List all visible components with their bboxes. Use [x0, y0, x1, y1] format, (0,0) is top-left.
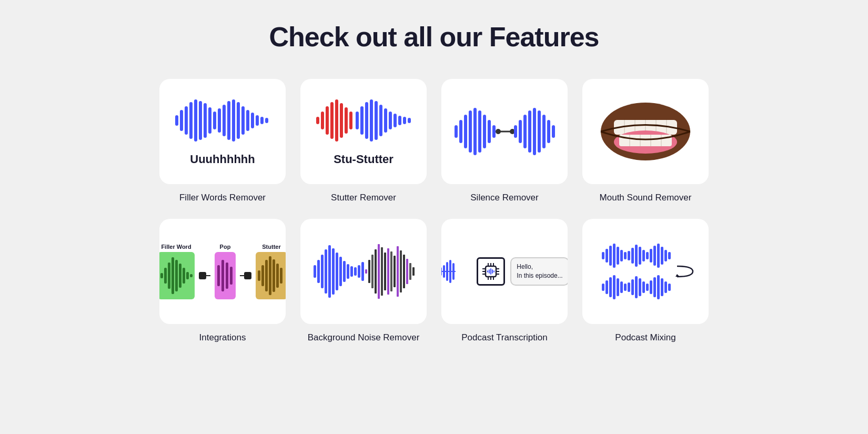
svg-rect-189	[668, 284, 671, 291]
svg-rect-100	[325, 249, 327, 294]
svg-rect-36	[393, 114, 397, 127]
svg-rect-21	[321, 112, 324, 129]
svg-rect-122	[400, 250, 402, 292]
svg-rect-167	[661, 247, 663, 265]
feature-card-silence[interactable]	[441, 79, 568, 184]
svg-rect-177	[624, 284, 627, 291]
svg-rect-47	[488, 120, 491, 143]
feature-item-transcription: Hello, In this episode... Podcast Transc…	[441, 219, 568, 343]
svg-rect-109	[358, 265, 360, 278]
svg-rect-6	[204, 103, 207, 138]
svg-rect-185	[653, 277, 656, 297]
svg-rect-169	[668, 252, 671, 259]
int-waveform-1-icon	[159, 252, 195, 299]
svg-rect-146	[487, 270, 488, 272]
svg-rect-77	[168, 263, 170, 289]
svg-rect-105	[343, 261, 346, 282]
feature-card-mouth-sound[interactable]	[582, 79, 709, 184]
svg-rect-159	[631, 248, 634, 264]
features-grid: Uuuhhhhhh Filler Words Remover	[159, 79, 709, 343]
svg-rect-42	[464, 115, 467, 148]
svg-rect-102	[332, 248, 335, 295]
svg-rect-187	[661, 278, 663, 296]
svg-rect-40	[455, 125, 458, 138]
svg-rect-24	[335, 99, 338, 142]
svg-rect-87	[226, 263, 228, 289]
mixing-arrow-icon	[674, 261, 695, 282]
svg-rect-12	[232, 99, 235, 142]
svg-rect-179	[631, 279, 634, 295]
stutter-text: Stu-Stutter	[334, 153, 393, 166]
svg-rect-112	[368, 260, 370, 283]
svg-rect-60	[552, 125, 555, 138]
int-label-3: Stutter	[262, 244, 280, 250]
feature-item-silence: Silence Remover	[441, 79, 568, 203]
svg-rect-83	[190, 274, 193, 277]
integrations-label: Integrations	[199, 332, 246, 343]
svg-rect-129	[443, 265, 445, 278]
svg-rect-162	[642, 250, 645, 261]
mixing-label: Podcast Mixing	[615, 332, 675, 343]
svg-rect-45	[478, 110, 481, 153]
svg-rect-88	[230, 267, 233, 285]
svg-rect-149	[492, 269, 493, 274]
feature-item-mouth-sound: Mouth Sound Remover	[582, 79, 709, 203]
svg-rect-69	[619, 135, 672, 146]
feature-card-background-noise[interactable]	[300, 219, 427, 324]
svg-rect-111	[365, 269, 367, 274]
feature-item-background-noise: Background Noise Remover	[300, 219, 427, 343]
connector-2	[240, 272, 251, 279]
connector-dot-1	[199, 272, 206, 279]
svg-rect-155	[617, 247, 619, 265]
svg-rect-46	[483, 115, 486, 148]
feature-item-filler-words: Uuuhhhhhh Filler Words Remover	[159, 79, 286, 203]
svg-rect-14	[241, 106, 245, 135]
svg-rect-7	[208, 107, 211, 134]
svg-rect-172	[605, 280, 608, 294]
svg-rect-76	[164, 268, 167, 284]
transcription-waveform-icon	[441, 256, 471, 287]
svg-rect-184	[650, 280, 652, 294]
svg-rect-41	[459, 120, 462, 143]
svg-rect-174	[613, 275, 615, 299]
svg-rect-124	[406, 259, 408, 284]
svg-rect-13	[237, 102, 240, 139]
mixing-content	[598, 229, 693, 314]
svg-rect-93	[269, 256, 271, 295]
int-label-2: Pop	[220, 244, 231, 250]
int-waveform-2-icon	[215, 252, 236, 299]
feature-card-mixing[interactable]	[582, 219, 709, 324]
svg-rect-58	[542, 115, 546, 148]
svg-rect-34	[384, 108, 387, 133]
page-title: Check out all our Features	[269, 21, 599, 53]
svg-rect-17	[256, 115, 259, 126]
svg-rect-98	[317, 260, 320, 283]
feature-card-filler-words[interactable]: Uuuhhhhhh	[159, 79, 286, 184]
svg-rect-147	[489, 269, 490, 274]
svg-rect-11	[227, 101, 230, 140]
svg-rect-37	[398, 116, 401, 125]
svg-rect-1	[180, 110, 183, 131]
svg-rect-183	[646, 284, 649, 291]
svg-point-50	[496, 129, 501, 134]
feature-card-stutter[interactable]: Stu-Stutter	[300, 79, 427, 184]
feature-item-stutter: Stu-Stutter Stutter Remover	[300, 79, 427, 203]
svg-rect-152	[605, 249, 608, 263]
int-waveform-3-icon	[256, 252, 286, 299]
svg-rect-176	[620, 281, 623, 293]
svg-rect-78	[171, 257, 174, 294]
svg-rect-10	[223, 105, 226, 136]
svg-rect-5	[199, 101, 202, 140]
feature-card-integrations[interactable]: Filler Word	[159, 219, 286, 324]
svg-rect-0	[175, 115, 178, 126]
filler-words-waveform-icon	[173, 97, 272, 144]
background-noise-waveform-icon	[311, 240, 416, 303]
svg-rect-130	[446, 262, 448, 281]
integration-col-3: Stutter	[256, 244, 286, 299]
svg-rect-48	[492, 125, 496, 138]
feature-card-transcription[interactable]: Hello, In this episode...	[441, 219, 568, 324]
svg-rect-171	[602, 284, 604, 291]
silence-waveform-icon	[452, 105, 557, 158]
stutter-label: Stutter Remover	[331, 193, 396, 203]
svg-rect-173	[609, 277, 612, 297]
